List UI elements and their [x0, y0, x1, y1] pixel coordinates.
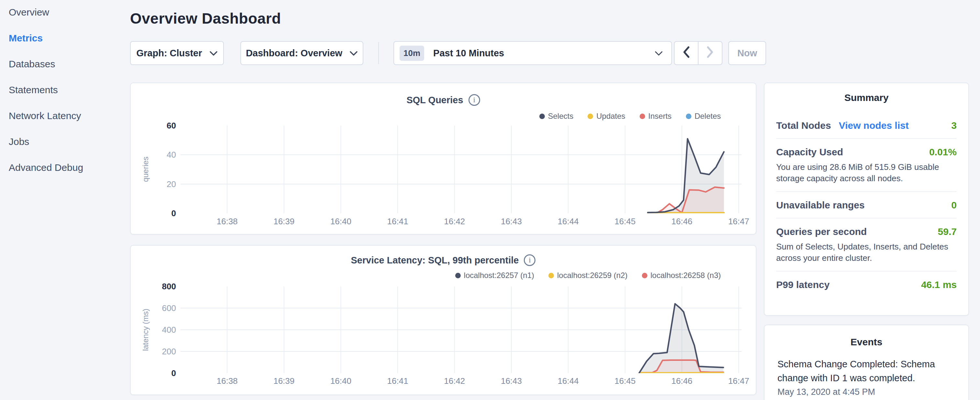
x-axis-tick: 16:47 — [719, 217, 758, 226]
summary-label: Unavailable ranges — [776, 200, 864, 211]
summary-row-queries-per-second: Queries per second 59.7 Sum of Selects, … — [776, 218, 957, 271]
summary-label: Queries per second — [776, 226, 867, 237]
x-axis-tick: 16:44 — [549, 376, 587, 386]
legend-item: localhost:26257 (n1) — [455, 271, 534, 280]
events-title: Events — [765, 336, 968, 347]
summary-row-capacity-used: Capacity Used 0.01% You are using 28.6 M… — [776, 138, 957, 191]
now-button[interactable]: Now — [728, 41, 766, 65]
summary-description: Sum of Selects, Updates, Inserts, and De… — [776, 241, 957, 264]
legend-item: Deletes — [686, 112, 721, 121]
x-axis-tick: 16:40 — [321, 376, 360, 386]
x-axis-tick: 16:46 — [663, 217, 702, 226]
x-axis-tick: 16:39 — [265, 376, 304, 386]
chevron-left-icon — [682, 46, 690, 61]
series-dot-icon — [686, 113, 691, 119]
y-axis-tick: 40 — [138, 150, 176, 159]
x-axis-tick: 16:45 — [606, 376, 644, 386]
graph-dropdown-label: Graph: Cluster — [136, 48, 202, 59]
x-axis-tick: 16:43 — [492, 376, 531, 386]
event-timestamp: May 13, 2020 at 4:45 PM — [778, 387, 955, 397]
chevron-down-icon — [654, 48, 663, 59]
sidebar-item-statements[interactable]: Statements — [9, 84, 119, 96]
legend-label: localhost:26259 (n2) — [557, 271, 627, 280]
graph-dropdown[interactable]: Graph: Cluster — [130, 41, 224, 65]
x-axis-tick: 16:45 — [606, 217, 644, 226]
summary-value: 46.1 ms — [921, 279, 957, 290]
time-range-badge: 10m — [399, 46, 424, 61]
sql-queries-chart-card: SQL Queries i SelectsUpdatesInsertsDelet… — [130, 83, 756, 234]
sidebar-item-advanced-debug[interactable]: Advanced Debug — [9, 162, 119, 173]
info-icon[interactable]: i — [468, 94, 480, 106]
legend-item: localhost:26258 (n3) — [642, 271, 721, 280]
legend-label: Inserts — [648, 112, 672, 121]
legend-item: Updates — [587, 112, 625, 121]
series-dot-icon — [640, 113, 645, 119]
summary-panel: Summary Total Nodes View nodes list 3 Ca… — [764, 83, 969, 316]
y-axis-tick: 600 — [138, 303, 176, 313]
sql-queries-plot[interactable] — [181, 126, 741, 213]
time-forward-button[interactable] — [698, 42, 722, 64]
x-axis-tick: 16:46 — [663, 376, 702, 386]
summary-label: P99 latency — [776, 279, 830, 290]
series-dot-icon — [455, 273, 461, 278]
x-axis-tick: 16:39 — [265, 217, 304, 226]
dashboard-dropdown[interactable]: Dashboard: Overview — [240, 41, 363, 65]
x-axis-tick: 16:47 — [719, 376, 758, 386]
info-icon[interactable]: i — [524, 254, 535, 266]
view-nodes-list-link[interactable]: View nodes list — [838, 120, 908, 131]
y-axis-tick: 200 — [138, 347, 176, 356]
x-axis-tick: 16:43 — [492, 217, 531, 226]
x-axis-tick: 16:38 — [208, 376, 247, 386]
series-dot-icon — [539, 113, 545, 119]
legend-item: Inserts — [640, 112, 672, 121]
sidebar: Overview Metrics Databases Statements Ne… — [0, 0, 129, 400]
chart-title: Service Latency: SQL, 99th percentile — [351, 255, 519, 266]
summary-row-unavailable-ranges: Unavailable ranges 0 — [776, 191, 957, 218]
x-axis-tick: 16:44 — [549, 217, 587, 226]
series-dot-icon — [587, 113, 593, 119]
sidebar-item-metrics[interactable]: Metrics — [9, 33, 119, 44]
series-dot-icon — [642, 273, 648, 278]
time-range-selector[interactable]: 10m Past 10 Minutes — [393, 41, 672, 65]
now-button-label: Now — [737, 48, 757, 59]
x-axis-tick: 16:41 — [378, 376, 417, 386]
legend-label: Selects — [548, 112, 574, 121]
sidebar-item-jobs[interactable]: Jobs — [9, 136, 119, 147]
x-axis-tick: 16:41 — [378, 217, 417, 226]
time-range-label: Past 10 Minutes — [433, 48, 504, 59]
legend-item: localhost:26259 (n2) — [549, 271, 627, 280]
event-text: Schema Change Completed: Schema change w… — [778, 357, 955, 385]
sidebar-item-overview[interactable]: Overview — [9, 7, 119, 18]
legend-label: Updates — [596, 112, 625, 121]
x-axis-tick: 16:40 — [321, 217, 360, 226]
chart-legend: SelectsUpdatesInsertsDeletes — [539, 112, 721, 121]
series-dot-icon — [549, 273, 554, 278]
x-axis-tick: 16:42 — [435, 376, 474, 386]
page-title: Overview Dashboard — [130, 10, 281, 27]
chevron-down-icon — [209, 48, 218, 59]
y-axis-tick: 60 — [138, 121, 176, 131]
legend-label: Deletes — [695, 112, 721, 121]
summary-value: 3 — [951, 120, 957, 131]
summary-description: You are using 28.6 MiB of 515.9 GiB usab… — [776, 161, 957, 184]
sidebar-item-databases[interactable]: Databases — [9, 59, 119, 70]
event-item[interactable]: Schema Change Completed: Schema change w… — [778, 357, 955, 397]
y-axis-tick: 400 — [138, 325, 176, 335]
summary-value: 0.01% — [929, 147, 957, 158]
y-axis-tick: 20 — [138, 179, 176, 189]
time-back-button[interactable] — [675, 42, 698, 64]
y-axis-tick: 0 — [138, 209, 176, 218]
y-axis-label: queries — [141, 127, 150, 211]
sidebar-item-network-latency[interactable]: Network Latency — [9, 110, 119, 121]
legend-item: Selects — [539, 112, 574, 121]
y-axis-tick: 0 — [138, 368, 176, 378]
x-axis-tick: 16:42 — [435, 217, 474, 226]
dashboard-dropdown-label: Dashboard: Overview — [246, 48, 342, 59]
chart-legend: localhost:26257 (n1)localhost:26259 (n2)… — [455, 271, 721, 280]
summary-value: 0 — [951, 200, 957, 211]
events-panel: Events Schema Change Completed: Schema c… — [764, 325, 969, 400]
legend-label: localhost:26257 (n1) — [464, 271, 534, 280]
summary-row-total-nodes: Total Nodes View nodes list 3 — [776, 112, 957, 138]
legend-label: localhost:26258 (n3) — [651, 271, 721, 280]
service-latency-plot[interactable] — [181, 287, 741, 373]
